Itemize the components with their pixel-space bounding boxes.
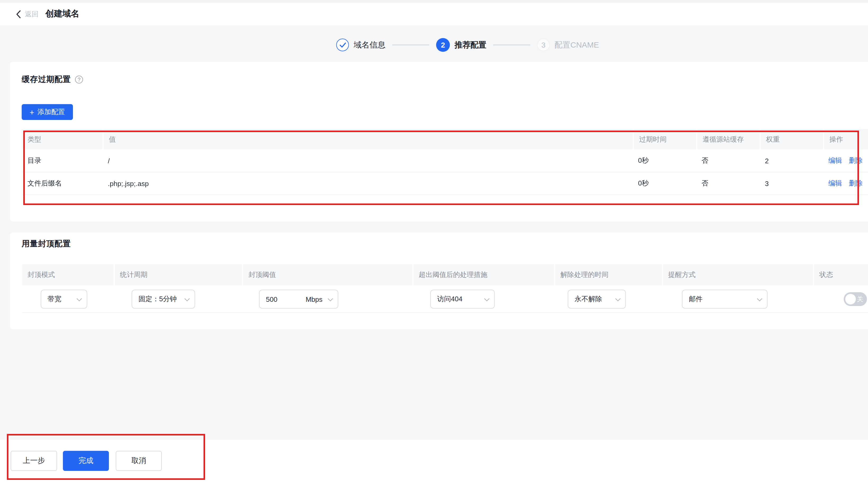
back-button[interactable]: 返回 (16, 9, 39, 19)
topbar: 返回 创建域名 (0, 3, 868, 25)
cache-expire-card: 缓存过期配置 ? + 添加配置 类型 值 过期时间 遵循源站缓存 权重 操作 目… (10, 62, 868, 221)
table-row: 目录 / 0秒 否 2 编辑 删除 (22, 150, 868, 172)
release-time-select[interactable]: 永不解除 (568, 290, 626, 309)
notify-method-select[interactable]: 邮件 (682, 290, 768, 309)
back-chevron-icon (16, 10, 21, 18)
cell-follow: 否 (696, 172, 760, 194)
cell-follow: 否 (696, 150, 760, 172)
col-cap-mode: 封顶模式 (22, 264, 114, 285)
step-connector (493, 44, 530, 45)
chevron-down-icon (185, 296, 190, 301)
cell-type: 目录 (22, 150, 102, 172)
col-type: 类型 (22, 129, 102, 150)
threshold-input[interactable] (266, 295, 293, 303)
add-config-button[interactable]: + 添加配置 (22, 104, 73, 120)
chevron-down-icon (76, 296, 82, 301)
release-time-value: 永不解除 (575, 294, 602, 304)
step2-number: 2 (436, 38, 450, 52)
over-threshold-action-value: 访问404 (437, 294, 462, 304)
chevron-down-icon (615, 296, 621, 301)
threshold-unit-value: Mbps (306, 295, 322, 303)
toggle-knob (845, 294, 856, 304)
delete-link[interactable]: 删除 (849, 179, 863, 188)
plus-icon: + (30, 107, 34, 117)
cap-config-row: 带宽 固定：5分钟 Mbps 访问404 永不解除 (22, 285, 868, 313)
chevron-down-icon (328, 296, 333, 301)
col-threshold: 封顶阈值 (242, 264, 412, 285)
cell-weight: 2 (760, 150, 823, 172)
cell-type: 文件后缀名 (22, 172, 102, 194)
cache-table-header: 类型 值 过期时间 遵循源站缓存 权重 操作 (22, 129, 868, 150)
footer-bar: 上一步 完成 取消 (0, 440, 868, 482)
col-over-threshold-action: 超出阈值后的处理措施 (412, 264, 554, 285)
step-connector (392, 44, 429, 45)
page: 返回 创建域名 域名信息 2 推荐配置 3 配置CNAME 缓存过期配置 ? +… (0, 0, 868, 482)
cache-section-title: 缓存过期配置 (22, 74, 71, 85)
step3-number: 3 (537, 39, 550, 51)
col-weight: 权重 (760, 129, 823, 150)
cell-value: .php;.jsp;.asp (102, 172, 633, 194)
col-status: 状态 (813, 264, 868, 285)
col-notify-method: 提醒方式 (662, 264, 813, 285)
back-label[interactable]: 返回 (25, 9, 39, 19)
threshold-unit-select[interactable]: Mbps (306, 295, 332, 303)
notify-method-value: 邮件 (689, 294, 703, 304)
cell-expire: 0秒 (633, 150, 696, 172)
cap-table-header: 封顶模式 统计周期 封顶阈值 超出阈值后的处理措施 解除处理的时间 提醒方式 状… (22, 264, 868, 285)
cache-table: 类型 值 过期时间 遵循源站缓存 权重 操作 目录 / 0秒 否 2 编辑 删除… (22, 129, 868, 195)
col-value: 值 (102, 129, 633, 150)
stat-period-value: 固定：5分钟 (138, 294, 177, 304)
cell-expire: 0秒 (633, 172, 696, 194)
edit-link[interactable]: 编辑 (828, 179, 842, 188)
col-release-time: 解除处理的时间 (554, 264, 662, 285)
page-title: 创建域名 (45, 8, 79, 20)
cap-mode-value: 带宽 (48, 294, 61, 304)
col-expire: 过期时间 (633, 129, 696, 150)
top-strip (0, 0, 868, 3)
threshold-combo[interactable]: Mbps (259, 290, 338, 309)
usage-cap-card: 用量封顶配置 封顶模式 统计周期 封顶阈值 超出阈值后的处理措施 解除处理的时间… (10, 232, 868, 329)
prev-step-button[interactable]: 上一步 (10, 451, 57, 471)
cap-mode-select[interactable]: 带宽 (41, 290, 87, 309)
help-icon[interactable]: ? (75, 75, 83, 84)
step3-label: 配置CNAME (555, 40, 599, 50)
table-row: 文件后缀名 .php;.jsp;.asp 0秒 否 3 编辑 删除 (22, 172, 868, 195)
chevron-down-icon (757, 296, 762, 301)
finish-button[interactable]: 完成 (63, 451, 109, 471)
edit-link[interactable]: 编辑 (828, 156, 842, 165)
col-operation: 操作 (823, 129, 868, 150)
add-config-label: 添加配置 (37, 107, 65, 117)
step-wizard: 域名信息 2 推荐配置 3 配置CNAME (336, 37, 599, 52)
step1-check-icon (336, 39, 349, 51)
col-stat-period: 统计周期 (114, 264, 242, 285)
step1-label: 域名信息 (354, 40, 385, 50)
delete-link[interactable]: 删除 (849, 156, 863, 165)
cell-value: / (102, 150, 633, 172)
toggle-off-label: 关 (857, 292, 863, 306)
status-toggle[interactable]: 关 (844, 292, 867, 306)
cell-weight: 3 (760, 172, 823, 194)
over-threshold-action-select[interactable]: 访问404 (430, 290, 495, 309)
cancel-button[interactable]: 取消 (116, 451, 162, 471)
col-follow-origin: 遵循源站缓存 (696, 129, 760, 150)
cap-section-title: 用量封顶配置 (22, 239, 71, 249)
step2-label: 推荐配置 (455, 40, 486, 50)
chevron-down-icon (484, 296, 490, 301)
stat-period-select[interactable]: 固定：5分钟 (132, 290, 195, 309)
